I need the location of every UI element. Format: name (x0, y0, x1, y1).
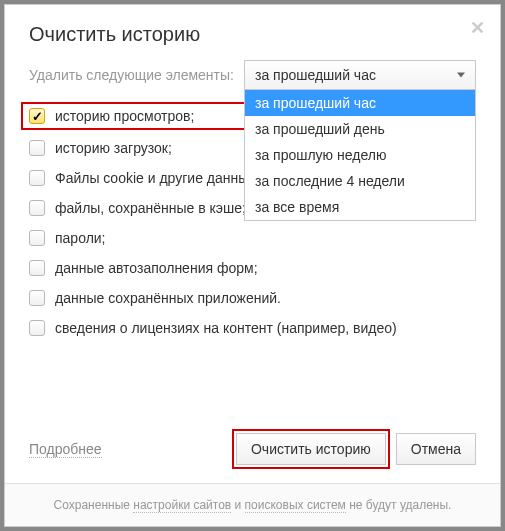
checkbox[interactable] (29, 320, 45, 336)
close-icon[interactable]: ✕ (468, 19, 486, 37)
checkbox-label: пароли; (55, 230, 106, 246)
checkbox-label: данные сохранённых приложений. (55, 290, 281, 306)
info-link-1[interactable]: настройки сайтов (133, 498, 231, 513)
period-label: Удалить следующие элементы: (29, 67, 234, 83)
period-select-wrap: за прошедший час за прошедший часза прош… (244, 60, 476, 90)
checkbox-label: файлы, сохранённые в кэше; (55, 200, 246, 216)
clear-button[interactable]: Очистить историю (236, 433, 386, 465)
info-text-1: Сохраненные (54, 498, 134, 512)
period-select[interactable]: за прошедший час (244, 60, 476, 90)
more-link[interactable]: Подробнее (29, 441, 102, 458)
checkbox[interactable] (29, 108, 45, 124)
period-dropdown: за прошедший часза прошедший деньза прош… (244, 90, 476, 221)
checkbox[interactable] (29, 260, 45, 276)
checkbox[interactable] (29, 290, 45, 306)
cancel-button[interactable]: Отмена (396, 433, 476, 465)
checkbox-label: данные автозаполнения форм; (55, 260, 258, 276)
dialog-content: Удалить следующие элементы: за прошедший… (5, 60, 500, 429)
dialog-title: Очистить историю (5, 5, 500, 60)
checkbox[interactable] (29, 140, 45, 156)
checkbox-row[interactable]: данные автозаполнения форм; (29, 260, 476, 276)
period-option[interactable]: за последние 4 недели (245, 168, 475, 194)
checkbox[interactable] (29, 170, 45, 186)
checkbox-row[interactable]: пароли; (29, 230, 476, 246)
period-option[interactable]: за прошедший день (245, 116, 475, 142)
info-text-3: не будут удалены. (346, 498, 452, 512)
period-row: Удалить следующие элементы: за прошедший… (29, 60, 476, 90)
checkbox-label: историю просмотров; (55, 108, 194, 124)
checkbox-label: историю загрузок; (55, 140, 172, 156)
period-option[interactable]: за прошедший час (245, 90, 475, 116)
checkbox-label: сведения о лицензиях на контент (наприме… (55, 320, 397, 336)
period-select-value: за прошедший час (255, 67, 376, 83)
info-bar: Сохраненные настройки сайтов и поисковых… (5, 483, 500, 526)
checkbox[interactable] (29, 200, 45, 216)
info-link-2[interactable]: поисковых систем (245, 498, 346, 513)
info-text-2: и (231, 498, 244, 512)
clear-history-dialog: ✕ Очистить историю Удалить следующие эле… (4, 4, 501, 527)
checkbox-row[interactable]: сведения о лицензиях на контент (наприме… (29, 320, 476, 336)
checkbox[interactable] (29, 230, 45, 246)
period-option[interactable]: за прошлую неделю (245, 142, 475, 168)
period-option[interactable]: за все время (245, 194, 475, 220)
dialog-footer: Подробнее Очистить историю Отмена (5, 429, 500, 483)
checkbox-row[interactable]: данные сохранённых приложений. (29, 290, 476, 306)
